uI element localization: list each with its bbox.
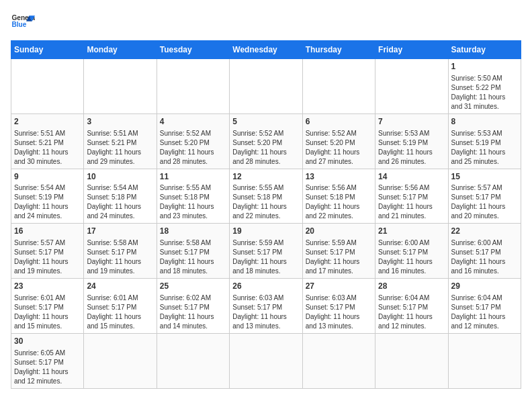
calendar-cell xyxy=(230,333,302,388)
day-number: 3 xyxy=(87,116,153,128)
day-header-monday: Monday xyxy=(84,41,157,59)
calendar-cell xyxy=(302,59,375,114)
calendar-table: SundayMondayTuesdayWednesdayThursdayFrid… xyxy=(11,40,521,389)
calendar-cell: 13Sunrise: 5:56 AM Sunset: 5:18 PM Dayli… xyxy=(302,169,375,224)
day-info: Sunrise: 5:56 AM Sunset: 5:17 PM Dayligh… xyxy=(378,183,445,221)
day-header-tuesday: Tuesday xyxy=(157,41,229,59)
calendar-cell: 27Sunrise: 6:03 AM Sunset: 5:17 PM Dayli… xyxy=(302,279,375,334)
day-number: 30 xyxy=(14,336,81,347)
day-info: Sunrise: 5:57 AM Sunset: 5:17 PM Dayligh… xyxy=(451,183,518,221)
day-number: 11 xyxy=(160,171,226,183)
day-info: Sunrise: 5:53 AM Sunset: 5:19 PM Dayligh… xyxy=(451,129,518,167)
calendar-cell: 11Sunrise: 5:55 AM Sunset: 5:18 PM Dayli… xyxy=(157,169,229,224)
calendar-cell: 9Sunrise: 5:54 AM Sunset: 5:19 PM Daylig… xyxy=(11,169,84,224)
day-info: Sunrise: 6:04 AM Sunset: 5:17 PM Dayligh… xyxy=(378,293,445,331)
day-number: 23 xyxy=(14,281,81,292)
day-number: 4 xyxy=(160,116,226,128)
day-number: 13 xyxy=(306,171,372,183)
calendar-cell: 14Sunrise: 5:56 AM Sunset: 5:17 PM Dayli… xyxy=(375,169,448,224)
page-header: General Blue xyxy=(11,11,521,35)
day-number: 16 xyxy=(14,226,81,237)
calendar-week-0: 1Sunrise: 5:50 AM Sunset: 5:22 PM Daylig… xyxy=(11,59,521,114)
day-info: Sunrise: 5:59 AM Sunset: 5:17 PM Dayligh… xyxy=(232,238,299,276)
day-number: 28 xyxy=(378,281,445,292)
day-info: Sunrise: 6:01 AM Sunset: 5:17 PM Dayligh… xyxy=(87,293,153,331)
day-number: 14 xyxy=(378,171,445,183)
logo: General Blue xyxy=(11,11,35,35)
day-number: 2 xyxy=(14,116,81,128)
day-info: Sunrise: 5:55 AM Sunset: 5:18 PM Dayligh… xyxy=(160,183,226,221)
day-number: 25 xyxy=(160,281,226,292)
calendar-cell: 20Sunrise: 5:59 AM Sunset: 5:17 PM Dayli… xyxy=(302,224,375,279)
calendar-week-5: 30Sunrise: 6:05 AM Sunset: 5:17 PM Dayli… xyxy=(11,333,521,388)
day-number: 6 xyxy=(306,116,372,128)
day-number: 29 xyxy=(451,281,518,292)
calendar-cell xyxy=(157,333,229,388)
calendar-cell: 3Sunrise: 5:51 AM Sunset: 5:21 PM Daylig… xyxy=(84,113,157,169)
calendar-cell xyxy=(448,333,521,388)
day-info: Sunrise: 6:05 AM Sunset: 5:17 PM Dayligh… xyxy=(14,349,81,386)
calendar-cell xyxy=(157,59,229,114)
calendar-week-4: 23Sunrise: 6:01 AM Sunset: 5:17 PM Dayli… xyxy=(11,279,521,334)
calendar-cell xyxy=(230,59,302,114)
calendar-cell xyxy=(375,333,448,388)
day-info: Sunrise: 5:52 AM Sunset: 5:20 PM Dayligh… xyxy=(306,129,372,167)
calendar-cell: 28Sunrise: 6:04 AM Sunset: 5:17 PM Dayli… xyxy=(375,279,448,334)
day-info: Sunrise: 5:55 AM Sunset: 5:18 PM Dayligh… xyxy=(232,183,299,221)
calendar-cell: 8Sunrise: 5:53 AM Sunset: 5:19 PM Daylig… xyxy=(448,113,521,169)
day-info: Sunrise: 6:03 AM Sunset: 5:17 PM Dayligh… xyxy=(232,293,299,331)
calendar-cell: 18Sunrise: 5:58 AM Sunset: 5:17 PM Dayli… xyxy=(157,224,229,279)
day-number: 10 xyxy=(87,171,153,183)
svg-text:Blue: Blue xyxy=(11,21,26,28)
calendar-cell: 10Sunrise: 5:54 AM Sunset: 5:18 PM Dayli… xyxy=(84,169,157,224)
day-header-thursday: Thursday xyxy=(302,41,375,59)
day-number: 24 xyxy=(87,281,153,292)
day-info: Sunrise: 5:53 AM Sunset: 5:19 PM Dayligh… xyxy=(378,129,445,167)
day-number: 15 xyxy=(451,171,518,183)
day-info: Sunrise: 5:56 AM Sunset: 5:18 PM Dayligh… xyxy=(306,183,372,221)
day-number: 26 xyxy=(232,281,299,292)
day-info: Sunrise: 5:58 AM Sunset: 5:17 PM Dayligh… xyxy=(160,238,226,276)
day-header-sunday: Sunday xyxy=(11,41,84,59)
day-number: 27 xyxy=(306,281,372,292)
calendar-cell xyxy=(84,59,157,114)
day-number: 22 xyxy=(451,226,518,237)
calendar-cell: 17Sunrise: 5:58 AM Sunset: 5:17 PM Dayli… xyxy=(84,224,157,279)
day-info: Sunrise: 5:52 AM Sunset: 5:20 PM Dayligh… xyxy=(232,129,299,167)
day-number: 5 xyxy=(232,116,299,128)
day-number: 8 xyxy=(451,116,518,128)
day-info: Sunrise: 5:59 AM Sunset: 5:17 PM Dayligh… xyxy=(306,238,372,276)
day-number: 9 xyxy=(14,171,81,183)
calendar-cell: 19Sunrise: 5:59 AM Sunset: 5:17 PM Dayli… xyxy=(230,224,302,279)
calendar-cell: 30Sunrise: 6:05 AM Sunset: 5:17 PM Dayli… xyxy=(11,333,84,388)
calendar-cell xyxy=(375,59,448,114)
day-info: Sunrise: 5:52 AM Sunset: 5:20 PM Dayligh… xyxy=(160,129,226,167)
calendar-cell: 1Sunrise: 5:50 AM Sunset: 5:22 PM Daylig… xyxy=(448,59,521,114)
calendar-cell xyxy=(11,59,84,114)
logo-icon: General Blue xyxy=(11,11,35,35)
calendar-cell: 16Sunrise: 5:57 AM Sunset: 5:17 PM Dayli… xyxy=(11,224,84,279)
calendar-cell: 22Sunrise: 6:00 AM Sunset: 5:17 PM Dayli… xyxy=(448,224,521,279)
calendar-cell: 5Sunrise: 5:52 AM Sunset: 5:20 PM Daylig… xyxy=(230,113,302,169)
day-number: 18 xyxy=(160,226,226,237)
day-info: Sunrise: 5:51 AM Sunset: 5:21 PM Dayligh… xyxy=(87,129,153,167)
calendar-week-1: 2Sunrise: 5:51 AM Sunset: 5:21 PM Daylig… xyxy=(11,113,521,169)
day-info: Sunrise: 5:57 AM Sunset: 5:17 PM Dayligh… xyxy=(14,238,81,276)
day-info: Sunrise: 5:58 AM Sunset: 5:17 PM Dayligh… xyxy=(87,238,153,276)
calendar-cell: 15Sunrise: 5:57 AM Sunset: 5:17 PM Dayli… xyxy=(448,169,521,224)
day-info: Sunrise: 5:54 AM Sunset: 5:18 PM Dayligh… xyxy=(87,183,153,221)
day-number: 21 xyxy=(378,226,445,237)
day-header-friday: Friday xyxy=(375,41,448,59)
day-info: Sunrise: 5:50 AM Sunset: 5:22 PM Dayligh… xyxy=(451,74,518,111)
calendar-cell: 26Sunrise: 6:03 AM Sunset: 5:17 PM Dayli… xyxy=(230,279,302,334)
day-number: 1 xyxy=(451,61,518,73)
day-header-wednesday: Wednesday xyxy=(230,41,302,59)
day-number: 19 xyxy=(232,226,299,237)
calendar-cell: 23Sunrise: 6:01 AM Sunset: 5:17 PM Dayli… xyxy=(11,279,84,334)
calendar-cell xyxy=(302,333,375,388)
day-number: 7 xyxy=(378,116,445,128)
day-info: Sunrise: 5:54 AM Sunset: 5:19 PM Dayligh… xyxy=(14,183,81,221)
day-number: 17 xyxy=(87,226,153,237)
day-info: Sunrise: 6:00 AM Sunset: 5:17 PM Dayligh… xyxy=(378,238,445,276)
calendar-cell: 12Sunrise: 5:55 AM Sunset: 5:18 PM Dayli… xyxy=(230,169,302,224)
